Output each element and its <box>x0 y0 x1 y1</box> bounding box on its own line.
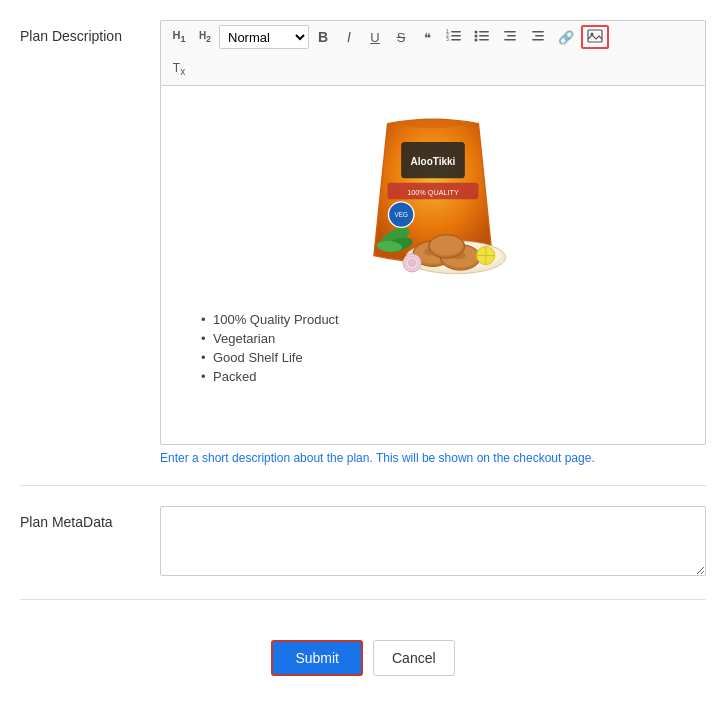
svg-text:3.: 3. <box>446 36 450 42</box>
underline-button[interactable]: U <box>363 25 387 49</box>
submit-button[interactable]: Submit <box>271 640 363 676</box>
blockquote-button[interactable]: ❝ <box>415 25 439 49</box>
svg-point-11 <box>475 38 478 41</box>
svg-rect-1 <box>451 35 461 37</box>
svg-rect-17 <box>532 39 544 41</box>
svg-point-9 <box>475 30 478 33</box>
h2-button[interactable]: H2 <box>193 25 217 49</box>
underline-icon: U <box>370 30 379 45</box>
ordered-list-icon: 1. 2. 3. <box>446 29 462 46</box>
outdent-icon <box>502 29 518 46</box>
plan-metadata-field <box>160 506 706 579</box>
link-button[interactable]: 🔗 <box>553 25 579 49</box>
clear-format-button[interactable]: Tx <box>167 57 191 81</box>
plan-description-label: Plan Description <box>20 20 160 44</box>
blockquote-icon: ❝ <box>424 30 431 45</box>
svg-rect-16 <box>535 35 544 37</box>
h2-icon: H2 <box>199 30 211 44</box>
bullet-list: 100% Quality Product Vegetarian Good She… <box>181 312 685 384</box>
italic-icon: I <box>347 29 351 45</box>
indent-button[interactable] <box>525 25 551 49</box>
svg-rect-6 <box>479 31 489 33</box>
image-icon <box>587 29 603 46</box>
outdent-button[interactable] <box>497 25 523 49</box>
list-item: 100% Quality Product <box>201 312 685 327</box>
unordered-list-icon <box>474 29 490 46</box>
svg-point-36 <box>430 236 463 256</box>
link-icon: 🔗 <box>558 30 574 45</box>
list-item: Vegetarian <box>201 331 685 346</box>
editor-toolbar-row2: Tx <box>160 53 706 85</box>
metadata-textarea[interactable] <box>160 506 706 576</box>
svg-point-42 <box>408 259 415 266</box>
svg-text:AlooTikki: AlooTikki <box>411 156 456 167</box>
h1-icon: H1 <box>172 29 185 44</box>
product-image: AlooTikki 100% QUALITY <box>333 106 533 296</box>
strikethrough-icon: S <box>397 30 406 45</box>
form-actions: Submit Cancel <box>20 620 706 676</box>
svg-rect-7 <box>479 35 489 37</box>
svg-rect-18 <box>588 30 602 42</box>
svg-text:VEG: VEG <box>394 211 407 218</box>
clear-format-icon: Tx <box>173 61 185 77</box>
editor-body[interactable]: AlooTikki 100% QUALITY <box>160 85 706 445</box>
plan-metadata-row: Plan MetaData <box>20 506 706 600</box>
strikethrough-button[interactable]: S <box>389 25 413 49</box>
svg-point-10 <box>475 34 478 37</box>
help-text-prefix: Enter a short description about the plan… <box>160 451 376 465</box>
bold-button[interactable]: B <box>311 25 335 49</box>
list-item: Packed <box>201 369 685 384</box>
plan-description-row: Plan Description H1 H2 Normal Heading 1 … <box>20 20 706 486</box>
ordered-list-button[interactable]: 1. 2. 3. <box>441 25 467 49</box>
svg-rect-2 <box>451 39 461 41</box>
cancel-button[interactable]: Cancel <box>373 640 455 676</box>
italic-button[interactable]: I <box>337 25 361 49</box>
indent-icon <box>530 29 546 46</box>
help-text-link: This will be shown on the checkout page. <box>376 451 595 465</box>
list-item: Good Shelf Life <box>201 350 685 365</box>
unordered-list-button[interactable] <box>469 25 495 49</box>
editor-image-area: AlooTikki 100% QUALITY <box>181 106 685 296</box>
plan-metadata-label: Plan MetaData <box>20 506 160 530</box>
svg-rect-13 <box>507 35 516 37</box>
plan-description-field: H1 H2 Normal Heading 1 Heading 2 Heading… <box>160 20 706 465</box>
svg-rect-14 <box>504 39 516 41</box>
svg-text:100% QUALITY: 100% QUALITY <box>407 188 459 197</box>
bold-icon: B <box>318 29 328 45</box>
svg-rect-12 <box>504 31 516 33</box>
svg-rect-8 <box>479 39 489 41</box>
svg-rect-0 <box>451 31 461 33</box>
heading-select[interactable]: Normal Heading 1 Heading 2 Heading 3 <box>219 25 309 49</box>
h1-button[interactable]: H1 <box>167 25 191 49</box>
svg-rect-15 <box>532 31 544 33</box>
help-text: Enter a short description about the plan… <box>160 451 706 465</box>
editor-toolbar-row1: H1 H2 Normal Heading 1 Heading 2 Heading… <box>160 20 706 53</box>
image-button[interactable] <box>581 25 609 49</box>
